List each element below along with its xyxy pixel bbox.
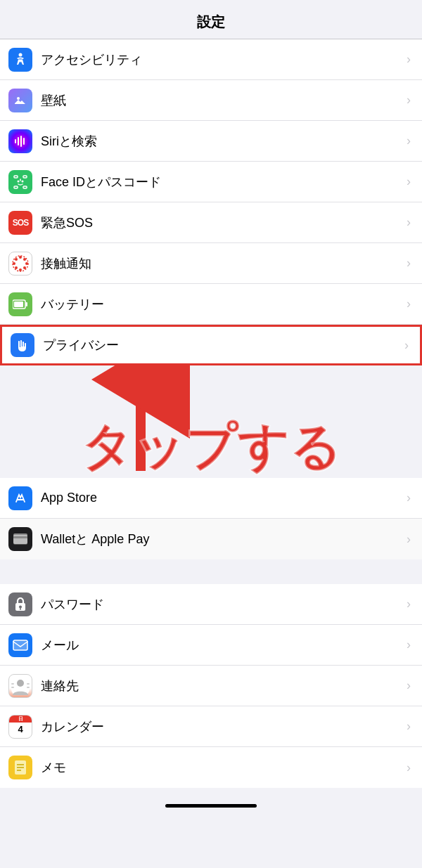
svg-rect-38 <box>11 683 14 685</box>
settings-row-sos[interactable]: SOS 緊急SOS › <box>0 202 422 243</box>
svg-rect-4 <box>20 136 22 147</box>
svg-point-0 <box>19 53 23 56</box>
tracing-label: 接触通知 <box>41 255 401 272</box>
svg-rect-5 <box>23 138 25 145</box>
privacy-label: プライバシー <box>43 337 399 354</box>
settings-row-wallet[interactable]: Walletと Apple Pay › <box>0 519 422 559</box>
icon-wrap-siri <box>0 121 41 162</box>
settings-row-calendar[interactable]: 日 4 カレンダー › <box>0 706 422 747</box>
icon-wrap-calendar: 日 4 <box>0 706 41 747</box>
icon-wrap-wallpaper <box>0 80 41 121</box>
svg-point-18 <box>15 258 18 261</box>
icon-wrap-accessibility <box>0 39 41 80</box>
faceid-chevron: › <box>407 174 411 189</box>
battery-icon <box>8 292 32 316</box>
settings-group-3: パスワード › メール › <box>0 584 422 788</box>
siri-chevron: › <box>407 134 411 148</box>
wallet-chevron: › <box>407 532 411 547</box>
settings-row-privacy[interactable]: プライバシー › <box>0 325 422 365</box>
svg-point-16 <box>13 262 15 265</box>
svg-rect-6 <box>14 176 18 178</box>
svg-rect-40 <box>27 683 30 685</box>
calendar-top: 日 <box>9 715 32 723</box>
settings-row-faceid[interactable]: Face IDとパスコード › <box>0 162 422 202</box>
sos-icon: SOS <box>8 211 32 235</box>
svg-point-14 <box>19 256 22 259</box>
svg-rect-2 <box>15 139 16 143</box>
battery-chevron: › <box>407 297 411 311</box>
wallpaper-chevron: › <box>407 93 411 108</box>
appstore-icon <box>8 486 32 510</box>
settings-row-battery[interactable]: バッテリー › <box>0 284 422 325</box>
wallet-label: Walletと Apple Pay <box>41 531 401 548</box>
contacts-chevron: › <box>407 678 411 693</box>
icon-wrap-appstore <box>0 478 41 519</box>
arrow-annotation <box>0 365 422 478</box>
sos-label: 緊急SOS <box>41 214 401 231</box>
accessibility-chevron: › <box>407 52 411 67</box>
svg-point-20 <box>23 258 26 261</box>
svg-point-21 <box>15 266 18 269</box>
settings-row-accessibility[interactable]: アクセシビリティ › <box>0 39 422 80</box>
settings-row-siri[interactable]: Siriと検索 › <box>0 121 422 162</box>
settings-row-wallpaper[interactable]: 壁紙 › <box>0 80 422 121</box>
sos-chevron: › <box>407 215 411 230</box>
password-icon <box>8 592 32 616</box>
privacy-chevron: › <box>404 338 409 353</box>
mail-chevron: › <box>407 637 411 652</box>
svg-rect-41 <box>27 687 30 688</box>
tracing-icon <box>8 252 32 276</box>
password-chevron: › <box>407 597 411 611</box>
notes-label: メモ <box>41 759 401 776</box>
svg-rect-24 <box>14 302 23 307</box>
contacts-label: 連絡先 <box>41 678 401 694</box>
settings-row-password[interactable]: パスワード › <box>0 584 422 625</box>
svg-rect-7 <box>23 176 27 178</box>
page-title: 設定 <box>197 14 225 30</box>
svg-rect-23 <box>26 302 28 306</box>
home-indicator <box>165 804 257 808</box>
svg-point-10 <box>18 180 20 182</box>
icon-wrap-sos: SOS <box>0 202 41 243</box>
group-separator-2 <box>0 559 422 584</box>
annotation-section: タップする <box>0 365 422 478</box>
siri-icon <box>8 129 32 153</box>
icon-wrap-privacy <box>2 325 43 365</box>
svg-point-1 <box>17 97 20 100</box>
svg-point-32 <box>19 605 22 608</box>
calendar-date: 4 <box>18 723 23 737</box>
settings-group-2: App Store › Walletと Apple Pay › <box>0 478 422 559</box>
svg-rect-3 <box>18 137 19 145</box>
appstore-chevron: › <box>407 491 411 505</box>
settings-row-contacts[interactable]: 連絡先 › <box>0 666 422 706</box>
icon-wrap-mail <box>0 625 41 666</box>
svg-rect-34 <box>13 640 27 650</box>
tracing-chevron: › <box>407 256 411 271</box>
privacy-icon <box>11 333 34 357</box>
accessibility-icon <box>8 48 32 72</box>
icon-wrap-notes <box>0 747 41 788</box>
svg-rect-29 <box>13 535 27 544</box>
settings-row-tracing[interactable]: 接触通知 › <box>0 243 422 284</box>
icon-wrap-contacts <box>0 666 41 706</box>
mail-icon <box>8 633 32 657</box>
calendar-icon: 日 4 <box>8 715 32 739</box>
svg-rect-39 <box>11 687 14 688</box>
calendar-chevron: › <box>407 719 411 734</box>
icon-wrap-battery <box>0 284 41 325</box>
appstore-label: App Store <box>41 491 401 505</box>
battery-label: バッテリー <box>41 296 401 313</box>
password-label: パスワード <box>41 596 401 613</box>
icon-wrap-password <box>0 584 41 625</box>
settings-row-mail[interactable]: メール › <box>0 625 422 666</box>
svg-rect-30 <box>13 536 27 538</box>
icon-wrap-tracing <box>0 243 41 284</box>
settings-row-notes[interactable]: メモ › <box>0 747 422 788</box>
svg-point-19 <box>23 266 26 269</box>
wallpaper-icon <box>8 89 32 112</box>
accessibility-label: アクセシビリティ <box>41 51 401 68</box>
settings-row-appstore[interactable]: App Store › <box>0 478 422 519</box>
svg-point-37 <box>17 680 24 687</box>
svg-point-17 <box>25 262 28 265</box>
icon-wrap-faceid <box>0 162 41 202</box>
